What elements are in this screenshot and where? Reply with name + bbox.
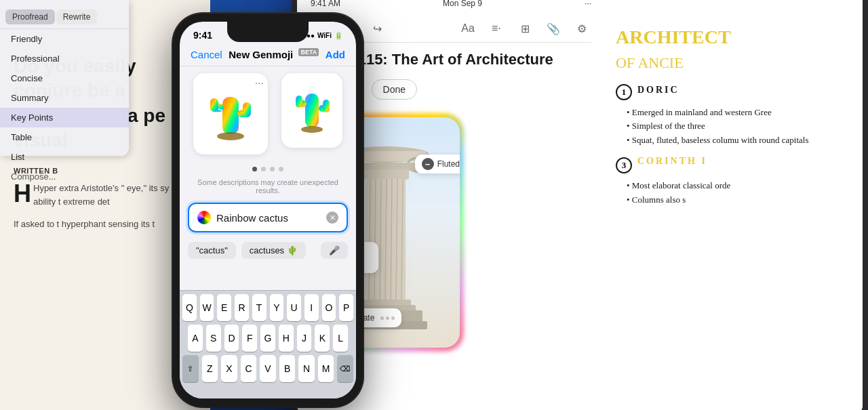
- elaborate-dots: [380, 316, 395, 320]
- svg-rect-12: [296, 96, 302, 108]
- nav-title: New Genmoji BETA: [229, 49, 319, 60]
- key-u[interactable]: U: [287, 294, 301, 321]
- key-v[interactable]: V: [260, 355, 276, 382]
- minus-icon-fluted: −: [422, 158, 434, 170]
- search-input-value[interactable]: Rainbow cactus: [216, 212, 321, 224]
- doric-number: 1: [616, 84, 632, 100]
- key-x[interactable]: X: [221, 355, 237, 382]
- battery-icon: 🔋: [334, 32, 342, 39]
- autocomplete-chip-mic[interactable]: 🎤: [321, 242, 348, 259]
- key-o[interactable]: O: [322, 294, 336, 321]
- key-backspace[interactable]: ⌫: [337, 355, 353, 382]
- search-clear-button[interactable]: ✕: [326, 211, 338, 224]
- corinthian-bullet-2: Columns also s: [616, 193, 852, 207]
- key-s[interactable]: S: [206, 325, 221, 352]
- proofread-button[interactable]: Proofread: [5, 9, 55, 24]
- hw-section-doric: 1 DORIC Emerged in mainland and western …: [616, 83, 852, 148]
- article-body-2: If asked to t hyperphant sensing its t: [14, 218, 197, 232]
- svg-rect-2: [210, 98, 218, 112]
- key-c[interactable]: C: [241, 355, 257, 382]
- font-icon[interactable]: Aa: [458, 19, 477, 38]
- menu-item-friendly[interactable]: Friendly: [0, 29, 129, 49]
- attach-icon[interactable]: 📎: [544, 19, 563, 38]
- hw-title-line2: OF ANCIE: [616, 54, 852, 72]
- menu-item-concise[interactable]: Concise: [0, 68, 129, 88]
- pagination-dots: [180, 161, 356, 174]
- keyboard-row-2: A S D F G H J K L: [180, 321, 356, 352]
- key-i[interactable]: I: [304, 294, 319, 321]
- svg-rect-21: [361, 169, 409, 180]
- autocomplete-chip-cactus[interactable]: "cactus": [188, 242, 236, 259]
- key-shift[interactable]: ⇧: [182, 355, 199, 382]
- menu-item-key-points[interactable]: Key Points: [0, 108, 129, 127]
- ipad-status-bar: 9:41 AM Mon Sep 9 ···: [311, 0, 591, 8]
- key-k[interactable]: K: [315, 325, 330, 352]
- table-icon[interactable]: ⊞: [515, 19, 534, 38]
- svg-line-8: [239, 101, 243, 104]
- add-button[interactable]: Add: [326, 49, 345, 60]
- corinthian-label: CORINTH I: [637, 156, 707, 167]
- key-j[interactable]: J: [297, 325, 312, 352]
- key-p[interactable]: P: [339, 294, 353, 321]
- key-b[interactable]: B: [279, 355, 296, 382]
- keyboard[interactable]: Q W E R T Y U I O P A S D F G H J K L: [180, 290, 356, 398]
- genmoji-card-2[interactable]: [281, 73, 342, 148]
- doric-bullet-3: Squat, fluted, baseless columu with roun…: [616, 134, 852, 148]
- dot-2: [261, 167, 266, 171]
- key-a[interactable]: A: [188, 325, 203, 352]
- menu-item-list[interactable]: List: [0, 147, 129, 167]
- ipad-status-icons: ···: [585, 0, 591, 8]
- menu-item-summary[interactable]: Summary: [0, 88, 129, 108]
- key-t[interactable]: T: [252, 294, 267, 321]
- ipad-device: 9:41 AM Mon Sep 9 ··· ↙ ↩ ↪ Aa ≡· ⊞ 📎 ⚙: [292, 0, 868, 410]
- writing-sidebar: Proofread Rewrite Friendly Professional …: [0, 0, 129, 156]
- genmoji-area: ···: [180, 66, 356, 161]
- doric-bullet-2: Simplest of the three: [616, 119, 852, 134]
- key-g[interactable]: G: [260, 325, 275, 352]
- rewrite-button[interactable]: Rewrite: [56, 9, 98, 24]
- phone-device: 9:41 ●●● WiFi 🔋 Cancel New Genmoji BETA …: [173, 14, 363, 407]
- dot-3: [270, 167, 275, 171]
- more-button[interactable]: ···: [255, 77, 264, 89]
- key-q[interactable]: Q: [182, 294, 197, 321]
- key-z[interactable]: Z: [202, 355, 218, 382]
- key-y[interactable]: Y: [270, 294, 284, 321]
- notes-top-spacer: [616, 0, 852, 26]
- corinthian-numbered: 3 CORINTH I: [616, 156, 852, 173]
- menu-item-compose[interactable]: Compose...: [0, 167, 129, 186]
- key-w[interactable]: W: [200, 294, 214, 321]
- autocomplete-chip-cactuses[interactable]: cactuses 🌵: [241, 242, 306, 259]
- rainbow-search-icon: [197, 211, 211, 224]
- list-icon[interactable]: ≡·: [487, 19, 506, 38]
- key-r[interactable]: R: [235, 294, 249, 321]
- key-n[interactable]: N: [298, 355, 315, 382]
- search-bar[interactable]: Rainbow cactus ✕: [188, 203, 348, 232]
- svg-point-5: [217, 132, 244, 140]
- keyboard-row-3: ⇧ Z X C V B N M ⌫: [180, 352, 356, 382]
- hw-title-line1: ARCHITECT: [616, 26, 852, 49]
- genmoji-image-1: [203, 83, 258, 144]
- ipad-screen: 9:41 AM Mon Sep 9 ··· ↙ ↩ ↪ Aa ≡· ⊞ 📎 ⚙: [297, 0, 863, 410]
- svg-rect-4: [243, 102, 251, 117]
- menu-item-professional[interactable]: Professional: [0, 49, 129, 68]
- key-e[interactable]: E: [217, 294, 231, 321]
- redo-icon[interactable]: ↪: [368, 19, 387, 38]
- ipad-done-button[interactable]: Done: [372, 79, 417, 100]
- keyboard-row-1: Q W E R T Y U I O P: [180, 291, 356, 321]
- svg-rect-14: [323, 100, 330, 112]
- doric-numbered: 1 DORIC: [616, 83, 852, 100]
- genmoji-card-1[interactable]: ···: [193, 73, 268, 155]
- svg-point-15: [301, 126, 323, 133]
- cancel-button[interactable]: Cancel: [191, 49, 222, 60]
- key-f[interactable]: F: [242, 325, 257, 352]
- key-h[interactable]: H: [279, 325, 294, 352]
- annotation-fluted: − Fluted: [415, 155, 460, 173]
- key-m[interactable]: M: [318, 355, 334, 382]
- svg-line-6: [218, 101, 222, 104]
- settings-icon[interactable]: ⚙: [572, 19, 591, 38]
- key-d[interactable]: D: [224, 325, 239, 352]
- menu-item-table[interactable]: Table: [0, 127, 129, 147]
- doric-bullet-1: Emerged in mainland and western Gree: [616, 106, 852, 120]
- handwritten-notes: ARCHITECT OF ANCIE 1 DORIC Emerged in ma…: [605, 0, 863, 410]
- key-l[interactable]: L: [333, 325, 348, 352]
